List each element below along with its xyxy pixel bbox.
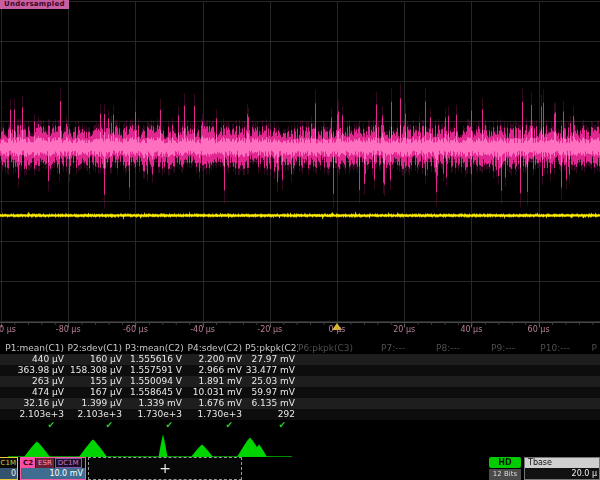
measure-row-mean: 363.98 µV158.308 µV1.557591 V2.966 mV33.… <box>0 365 600 376</box>
measure-cell: 1.555616 V <box>125 354 185 365</box>
measure-cell <box>463 387 518 398</box>
measure-column-P4[interactable]: P4:sdev(C2) <box>185 343 245 354</box>
measure-cell <box>518 398 573 409</box>
measure-cell: 160 µV <box>67 354 125 365</box>
measure-column-P3[interactable]: P3:mean(C2) <box>125 343 185 354</box>
status-check-icon: ✔ <box>125 420 185 431</box>
timebase-title: Tbase <box>525 458 599 468</box>
measure-cell: 10.031 mV <box>185 387 245 398</box>
hd-mode-badge[interactable]: HD <box>489 457 521 468</box>
oscilloscope-screen: Undersampled -100 µs-80 µs-60 µs-40 µs-2… <box>0 0 600 480</box>
time-tick-label: 40 µs <box>460 325 482 334</box>
measure-cell: 1.339 mV <box>125 398 185 409</box>
measure-cell <box>353 376 408 387</box>
time-tick-label: -60 µs <box>123 325 148 334</box>
time-tick-label: 0 µs <box>329 325 346 334</box>
measure-cell: 27.97 mV <box>245 354 298 365</box>
measure-rows: 440 µV160 µV1.555616 V2.200 mV27.97 mV36… <box>0 354 600 420</box>
measure-cell: 32.16 µV <box>0 398 67 409</box>
measure-cell: 292 <box>245 409 298 420</box>
measure-cell: 1.558645 V <box>125 387 185 398</box>
measure-cell <box>408 365 463 376</box>
status-check-empty <box>298 420 353 431</box>
c2-label-badge: C2 <box>21 458 35 468</box>
channel-c1-descriptor[interactable]: C1M 0 mV <box>0 457 18 480</box>
status-check-empty <box>463 420 518 431</box>
measure-cell <box>518 365 573 376</box>
status-check-empty <box>408 420 463 431</box>
measure-cell <box>463 354 518 365</box>
measure-column-P8[interactable]: P8:--- <box>408 343 463 354</box>
measure-cell <box>408 354 463 365</box>
measure-cell: 440 µV <box>0 354 67 365</box>
measure-cell <box>463 376 518 387</box>
measure-cell: 2.103e+3 <box>0 409 67 420</box>
measure-cell <box>573 376 600 387</box>
status-check-empty <box>518 420 573 431</box>
measure-cell: 2.103e+3 <box>67 409 125 420</box>
measure-column-P7[interactable]: P7:--- <box>353 343 408 354</box>
measure-cell <box>353 387 408 398</box>
measure-column-P9[interactable]: P9:--- <box>463 343 518 354</box>
time-tick-label: -100 µs <box>0 325 16 334</box>
measure-cell: 158.308 µV <box>67 365 125 376</box>
measure-row-sdev: 32.16 µV1.399 µV1.339 mV1.676 mV6.135 mV <box>0 398 600 409</box>
measure-row-value: 440 µV160 µV1.555616 V2.200 mV27.97 mV <box>0 354 600 365</box>
measure-cell: 474 µV <box>0 387 67 398</box>
measure-cell <box>518 409 573 420</box>
status-check-icon: ✔ <box>0 420 67 431</box>
measure-row-max: 474 µV167 µV1.558645 V10.031 mV59.97 mV <box>0 387 600 398</box>
measure-cell: 25.03 mV <box>245 376 298 387</box>
status-check-icon: ✔ <box>67 420 125 431</box>
measure-cell: 155 µV <box>67 376 125 387</box>
c2-vertical-scale: 10.0 mV <box>21 468 85 479</box>
add-trace-button[interactable]: + <box>88 457 242 480</box>
c2-eres-badge: ESR <box>36 458 54 468</box>
measure-cell: 6.135 mV <box>245 398 298 409</box>
time-tick-label: 60 µs <box>528 325 550 334</box>
measure-cell <box>573 365 600 376</box>
measure-cell <box>353 398 408 409</box>
measure-column-P2[interactable]: P2:sdev(C1) <box>67 343 125 354</box>
c1-scale-fragment: 0 mV <box>0 468 17 479</box>
measure-cell <box>463 398 518 409</box>
measure-header-row: P1:mean(C1)P2:sdev(C1)P3:mean(C2)P4:sdev… <box>0 343 600 354</box>
measure-cell <box>298 365 353 376</box>
measure-cell <box>518 354 573 365</box>
channel-c2-descriptor[interactable]: C2 ESR DC1M 10.0 mV <box>20 457 86 480</box>
measure-column-P10[interactable]: P10:--- <box>518 343 573 354</box>
measure-cell <box>408 409 463 420</box>
time-tick-label: -80 µs <box>56 325 81 334</box>
measure-column-P1[interactable]: P1:mean(C1) <box>0 343 67 354</box>
measure-cell <box>573 387 600 398</box>
measure-table: P1:mean(C1)P2:sdev(C1)P3:mean(C2)P4:sdev… <box>0 343 600 431</box>
c1-coupling-fragment: C1M <box>0 458 17 468</box>
undersampled-badge: Undersampled <box>0 0 69 9</box>
measure-status-row: ✔✔✔✔✔ <box>0 420 600 431</box>
measure-cell <box>408 376 463 387</box>
time-tick-label: -40 µs <box>190 325 215 334</box>
timebase-descriptor[interactable]: Tbase 20.0 µ <box>524 457 600 480</box>
measure-row-num: 2.103e+32.103e+31.730e+31.730e+3292 <box>0 409 600 420</box>
measure-cell <box>463 365 518 376</box>
measure-column-P6[interactable]: P6:pkpk(C3) <box>298 343 353 354</box>
measure-cell <box>353 409 408 420</box>
measure-cell <box>298 409 353 420</box>
measure-cell: 2.200 mV <box>185 354 245 365</box>
measure-cell <box>298 376 353 387</box>
measure-cell <box>298 354 353 365</box>
measure-cell: 263 µV <box>0 376 67 387</box>
measure-cell <box>353 354 408 365</box>
measure-cell: 1.730e+3 <box>185 409 245 420</box>
bit-resolution-label: 12 Bits <box>489 469 521 480</box>
status-check-empty <box>353 420 408 431</box>
measure-cell: 1.730e+3 <box>125 409 185 420</box>
measure-cell: 59.97 mV <box>245 387 298 398</box>
measure-column-P5[interactable]: P5:pkpk(C2) <box>245 343 298 354</box>
measure-cell <box>408 398 463 409</box>
measure-cell: 1.557591 V <box>125 365 185 376</box>
time-tick-label: -20 µs <box>257 325 282 334</box>
status-check-icon: ✔ <box>185 420 245 431</box>
measure-column-P11[interactable]: P <box>573 343 600 354</box>
measure-cell <box>298 398 353 409</box>
